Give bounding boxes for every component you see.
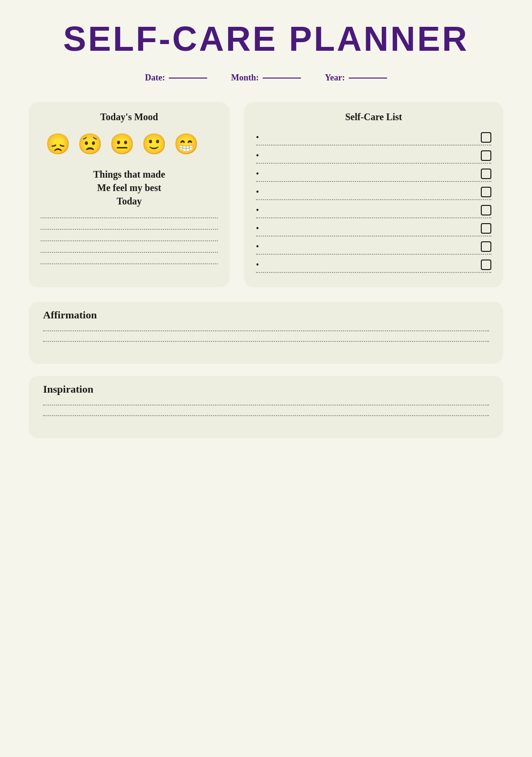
checkbox-6[interactable] (481, 223, 491, 234)
selfcare-item-1: • (256, 132, 491, 143)
selfcare-title: Self-Care List (256, 112, 491, 123)
sc-line-3 (256, 181, 491, 182)
sc-line-1 (256, 145, 491, 146)
date-line (169, 78, 207, 79)
selfcare-item-6: • (256, 223, 491, 234)
inspiration-card: Inspiration (29, 376, 503, 438)
things-line-5 (41, 263, 218, 264)
checkbox-1[interactable] (481, 132, 491, 143)
date-label: Date: (145, 73, 165, 83)
two-column-section: Today's Mood 😞 😟 😐 🙂 😁 Things that madeM… (29, 102, 503, 287)
bullet-6: • (256, 224, 259, 234)
sc-line-4 (256, 199, 491, 200)
things-line-1 (41, 217, 218, 218)
mood-icon-2[interactable]: 😟 (78, 132, 102, 156)
mood-icons-row: 😞 😟 😐 🙂 😁 (41, 132, 218, 156)
bullet-3: • (256, 169, 259, 179)
sc-line-7 (256, 254, 491, 255)
date-field: Date: (145, 73, 207, 83)
page-title: SELF-CARE PLANNER (63, 19, 469, 58)
selfcare-item-8: • (256, 260, 491, 270)
affirmation-line-1 (43, 330, 489, 331)
selfcare-item-3: • (256, 169, 491, 179)
sc-line-6 (256, 236, 491, 237)
bullet-8: • (256, 260, 259, 270)
selfcare-item-5: • (256, 205, 491, 215)
selfcare-item-4: • (256, 187, 491, 197)
month-label: Month: (231, 73, 259, 83)
selfcare-item-7: • (256, 241, 491, 252)
bullet-2: • (256, 151, 259, 161)
selfcare-item-2: • (256, 150, 491, 161)
checkbox-8[interactable] (481, 260, 491, 270)
affirmation-card: Affirmation (29, 302, 503, 364)
month-field: Month: (231, 73, 301, 83)
year-label: Year: (325, 73, 345, 83)
bullet-7: • (256, 242, 259, 252)
sc-line-8 (256, 272, 491, 273)
affirmation-line-2 (43, 341, 489, 342)
things-line-4 (41, 252, 218, 253)
mood-icon-5[interactable]: 😁 (174, 132, 199, 156)
things-title: Things that madeMe feel my bestToday (41, 168, 218, 208)
sc-line-5 (256, 217, 491, 218)
year-field: Year: (325, 73, 387, 83)
month-line (263, 78, 301, 79)
date-row: Date: Month: Year: (145, 73, 387, 83)
bullet-5: • (256, 205, 259, 215)
things-line-2 (41, 229, 218, 230)
affirmation-label: Affirmation (29, 302, 111, 328)
checkbox-3[interactable] (481, 169, 491, 179)
mood-icon-4[interactable]: 🙂 (142, 132, 166, 156)
sc-line-2 (256, 163, 491, 164)
mood-card: Today's Mood 😞 😟 😐 🙂 😁 Things that madeM… (29, 102, 230, 287)
mood-title: Today's Mood (41, 112, 218, 123)
inspiration-line-1 (43, 405, 489, 406)
checkbox-5[interactable] (481, 205, 491, 215)
inspiration-line-2 (43, 415, 489, 416)
mood-icon-1[interactable]: 😞 (45, 132, 70, 156)
checkbox-4[interactable] (481, 187, 491, 197)
year-line (349, 78, 387, 79)
bullet-4: • (256, 187, 259, 197)
selfcare-card: Self-Care List • • • • • • (244, 102, 503, 287)
bullet-1: • (256, 133, 259, 143)
checkbox-7[interactable] (481, 241, 491, 252)
things-line-3 (41, 240, 218, 241)
inspiration-label: Inspiration (29, 376, 108, 403)
checkbox-2[interactable] (481, 150, 491, 161)
mood-icon-3[interactable]: 😐 (110, 132, 134, 156)
